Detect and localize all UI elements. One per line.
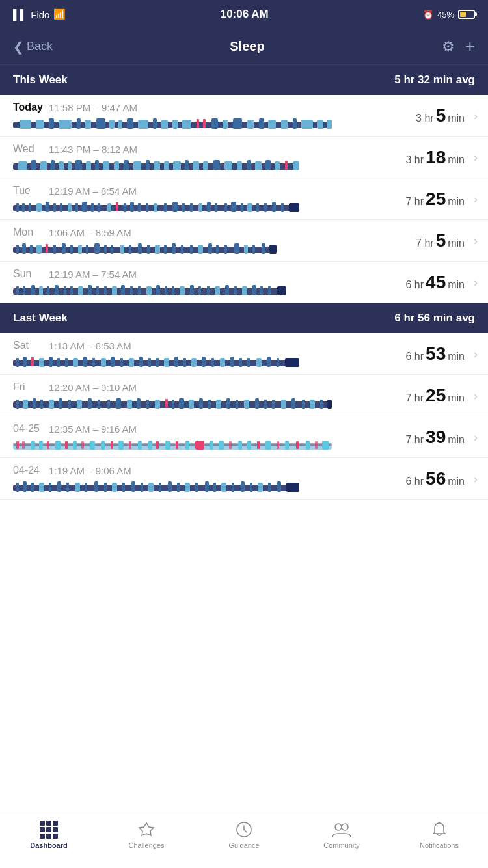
svg-rect-18 (211, 118, 218, 129)
svg-rect-33 (51, 160, 55, 170)
svg-rect-162 (23, 357, 27, 367)
svg-rect-213 (199, 398, 203, 409)
svg-rect-262 (315, 441, 318, 449)
svg-rect-278 (131, 481, 135, 492)
day-label: Today (13, 102, 49, 113)
svg-rect-133 (55, 285, 59, 295)
sleep-entry-mon[interactable]: Mon 1:06 AM – 8:59 AM (0, 220, 488, 262)
svg-rect-68 (75, 203, 78, 212)
chevron-icon: › (474, 275, 478, 289)
svg-rect-139 (104, 286, 107, 295)
chevron-icon: › (474, 234, 478, 247)
svg-rect-80 (172, 202, 178, 212)
svg-rect-272 (75, 483, 80, 492)
tab-challenges[interactable]: Challenges (98, 821, 195, 849)
chevron-icon: › (474, 109, 478, 122)
svg-rect-168 (73, 358, 78, 367)
sleep-entry-wed[interactable]: Wed 11:43 PM – 8:12 AM (0, 137, 488, 178)
svg-rect-198 (59, 398, 62, 409)
svg-rect-166 (57, 358, 60, 367)
tab-guidance-label: Guidance (228, 841, 259, 849)
svg-rect-221 (272, 400, 275, 409)
duration-big: 39 (426, 427, 446, 448)
svg-rect-148 (180, 286, 185, 295)
add-icon[interactable]: + (465, 36, 475, 57)
alarm-icon: ⏰ (423, 10, 433, 20)
sleep-bar-wed (13, 158, 332, 172)
svg-rect-99 (36, 245, 42, 254)
chevron-icon: › (474, 150, 478, 164)
chevron-icon: › (474, 388, 478, 402)
duration-big: 45 (426, 272, 446, 293)
svg-rect-196 (40, 400, 43, 409)
sleep-entry-sun[interactable]: Sun 12:19 AM – 7:54 AM (0, 262, 488, 303)
svg-rect-186 (239, 358, 242, 367)
svg-rect-191 (285, 358, 299, 367)
svg-rect-84 (207, 202, 211, 212)
sleep-entry-0424[interactable]: 04-24 1:19 AM – 9:06 AM (0, 458, 488, 500)
svg-rect-77 (146, 203, 148, 212)
settings-icon[interactable]: ⚙ (442, 38, 455, 55)
svg-rect-86 (224, 203, 227, 212)
back-button[interactable]: ❮ Back (13, 39, 53, 55)
tab-community[interactable]: Community (293, 821, 390, 849)
svg-rect-292 (258, 483, 263, 492)
chevron-icon: › (474, 192, 478, 206)
duration-hours: 7 hr (405, 434, 424, 446)
community-icon (331, 821, 352, 839)
svg-rect-57 (285, 161, 288, 170)
svg-rect-170 (92, 358, 95, 367)
svg-rect-141 (121, 285, 125, 295)
svg-rect-12 (153, 118, 157, 129)
sleep-bar-mon (13, 241, 332, 256)
day-label: Mon (13, 226, 49, 238)
svg-rect-287 (213, 483, 216, 492)
svg-rect-152 (215, 286, 220, 295)
svg-rect-4 (59, 120, 72, 129)
svg-rect-251 (210, 441, 213, 450)
sleep-entry-sat[interactable]: Sat 1:13 AM – 8:53 AM (0, 333, 488, 375)
svg-rect-214 (208, 400, 211, 409)
svg-rect-246 (156, 441, 159, 449)
duration-hours: 6 hr (405, 476, 424, 487)
svg-rect-23 (268, 120, 276, 129)
sleep-entry-0425[interactable]: 04-25 12:35 AM – 9:16 AM (0, 416, 488, 458)
tab-challenges-label: Challenges (128, 841, 164, 849)
svg-rect-50 (213, 160, 220, 170)
svg-rect-248 (176, 441, 178, 449)
tab-notifications[interactable]: Notifications (390, 821, 488, 849)
svg-rect-236 (65, 441, 68, 449)
svg-rect-67 (68, 203, 72, 212)
tab-dashboard-label: Dashboard (30, 841, 67, 849)
svg-rect-20 (233, 118, 242, 129)
svg-rect-268 (39, 483, 44, 492)
time-range: 12:35 AM – 9:16 AM (49, 424, 137, 435)
svg-rect-9 (118, 120, 122, 129)
svg-rect-74 (124, 203, 126, 212)
svg-rect-22 (259, 118, 264, 129)
svg-rect-112 (147, 245, 150, 254)
sleep-entry-tue[interactable]: Tue 12:19 AM – 8:54 AM (0, 178, 488, 220)
svg-rect-195 (33, 398, 36, 409)
tab-guidance[interactable]: Guidance (195, 821, 293, 849)
duration-min: min (448, 279, 465, 291)
time-range: 1:19 AM – 9:06 AM (49, 465, 131, 476)
svg-rect-179 (174, 357, 178, 367)
svg-rect-24 (281, 120, 288, 129)
sleep-entry-today[interactable]: Today 11:58 PM – 9:47 AM (0, 95, 488, 137)
section-last-week-avg: 6 hr 56 min avg (394, 312, 475, 325)
svg-rect-220 (264, 400, 267, 409)
svg-rect-197 (49, 400, 54, 409)
svg-rect-210 (172, 400, 174, 409)
svg-rect-111 (138, 243, 142, 254)
svg-rect-233 (39, 441, 43, 450)
svg-rect-177 (156, 358, 159, 367)
svg-rect-209 (165, 399, 168, 408)
status-left: ▌▌ Fido 📶 (13, 8, 66, 20)
sleep-bar-tue (13, 200, 332, 214)
sleep-entry-fri[interactable]: Fri 12:20 AM – 9:10 AM (0, 375, 488, 416)
svg-rect-155 (242, 286, 247, 295)
svg-rect-118 (198, 245, 203, 254)
svg-rect-27 (317, 120, 323, 129)
tab-dashboard[interactable]: Dashboard (0, 821, 98, 849)
